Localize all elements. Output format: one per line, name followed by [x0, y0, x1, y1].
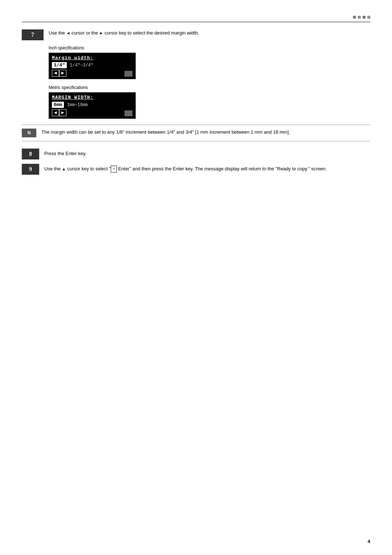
step-7-block: 7 Use the ◄ cursor or the ► cursor key t…: [22, 29, 370, 40]
steps-lower: 8 Press the Enter key. 9 Use the ▲ curso…: [22, 149, 370, 175]
metric-panel-row: 6mm 1mm~18mm: [52, 102, 132, 108]
metric-left-cursor: ◄: [52, 109, 59, 116]
metric-value: 6mm: [52, 102, 64, 108]
header-icon-4: ⊟: [368, 15, 370, 20]
step-7-content: Use the ◄ cursor or the ► cursor key to …: [49, 29, 370, 40]
step-9-number: 9: [22, 164, 39, 175]
inch-display-section: Inch specifications Margin width: 1/4" 1…: [49, 45, 370, 79]
metric-panel-title: MARGIN WIDTH:: [52, 95, 132, 100]
header-icons: ⊞ ⊡ ⊠ ⊟: [353, 15, 370, 20]
header-icon-2: ⊡: [358, 15, 360, 20]
header-bar: ⊞ ⊡ ⊠ ⊟: [22, 15, 370, 22]
metric-range: 1mm~18mm: [67, 102, 88, 108]
page-container: ⊞ ⊡ ⊠ ⊟ 7 Use the ◄ cursor or the ► curs…: [0, 0, 392, 555]
step-9-block: 9 Use the ▲ cursor key to select "⏎ Ente…: [22, 164, 370, 175]
page-number: 4: [368, 539, 370, 544]
metric-right-cursor: ►: [59, 109, 66, 116]
step-8-text: Press the Enter key.: [44, 149, 86, 157]
metric-panel-icon: [124, 110, 132, 116]
metric-label: Metric specifications: [49, 85, 370, 90]
inch-panel-icon: [124, 71, 132, 77]
inch-left-cursor: ◄: [52, 70, 59, 77]
right-arrow-icon: ►: [99, 31, 103, 35]
inch-panel-title: Margin width:: [52, 55, 132, 61]
header-icon-3: ⊠: [363, 15, 366, 20]
inch-right-cursor: ►: [59, 70, 66, 77]
inch-panel: Margin width: 1/4" 1/4"~3/4" ◄►: [49, 53, 136, 79]
inch-panel-row: 1/4" 1/4"~3/4": [52, 62, 132, 68]
left-arrow-icon: ◄: [66, 31, 70, 35]
step-8-block: 8 Press the Enter key.: [22, 149, 370, 159]
header-icon-1: ⊞: [353, 15, 356, 20]
step-7-number: 7: [22, 29, 44, 40]
inch-label: Inch specifications: [49, 45, 370, 50]
note-section: N The margin width can be set to any 1/8…: [22, 125, 370, 141]
step-8-number: 8: [22, 149, 39, 159]
metric-panel: MARGIN WIDTH: 6mm 1mm~18mm ◄►: [49, 92, 136, 119]
note-text: The margin width can be set to any 1/8" …: [41, 129, 290, 136]
step-9-text: Use the ▲ cursor key to select "⏎ Enter"…: [44, 164, 327, 173]
inch-range: 1/4"~3/4": [70, 63, 93, 68]
step-7-text: Use the ◄ cursor or the ► cursor key to …: [49, 29, 370, 37]
enter-icon: ⏎: [111, 166, 117, 173]
up-arrow-icon: ▲: [62, 167, 66, 171]
page-number-value: 4: [368, 539, 370, 544]
note-badge: N: [22, 129, 36, 137]
metric-display-section: Metric specifications MARGIN WIDTH: 6mm …: [49, 85, 370, 119]
inch-cursor-icons: ◄►: [52, 70, 132, 77]
metric-cursor-icons: ◄►: [52, 109, 132, 116]
inch-value: 1/4": [52, 62, 67, 68]
